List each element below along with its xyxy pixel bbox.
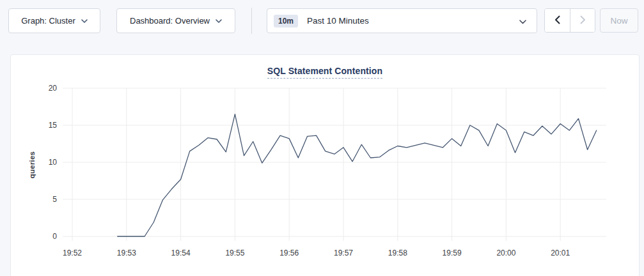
y-tick-label: 20 bbox=[49, 84, 58, 93]
page: { "toolbar": { "graph_dropdown": { "labe… bbox=[0, 0, 644, 276]
prev-time-button[interactable] bbox=[545, 9, 570, 32]
toolbar: Graph: Cluster Dashboard: Overview 10m P… bbox=[0, 0, 644, 42]
y-axis-label: queries bbox=[28, 146, 37, 184]
y-tick-label: 15 bbox=[49, 121, 58, 130]
x-tick-label: 20:00 bbox=[496, 249, 515, 257]
chevron-right-icon bbox=[580, 15, 586, 26]
chart-title[interactable]: SQL Statement Contention bbox=[267, 66, 382, 79]
x-tick-label: 19:52 bbox=[63, 249, 82, 257]
time-range-selector[interactable]: 10m Past 10 Minutes bbox=[267, 8, 537, 33]
time-step-buttons bbox=[544, 8, 595, 33]
x-tick-label: 19:54 bbox=[171, 249, 191, 257]
line-chart-canvas: 0510152019:5219:5319:5419:5519:5619:5719… bbox=[11, 55, 640, 276]
toolbar-divider bbox=[251, 8, 252, 34]
time-range-label: Past 10 Minutes bbox=[307, 16, 519, 26]
series-line-queries bbox=[118, 114, 597, 236]
now-button[interactable]: Now bbox=[600, 8, 638, 33]
chevron-down-icon bbox=[216, 19, 222, 23]
dashboard-dropdown-label: Dashboard: Overview bbox=[130, 16, 210, 26]
chevron-down-icon bbox=[81, 19, 88, 23]
chevron-left-icon bbox=[554, 15, 560, 26]
dashboard-dropdown[interactable]: Dashboard: Overview bbox=[116, 8, 235, 33]
y-tick-label: 10 bbox=[49, 158, 58, 167]
x-tick-label: 19:57 bbox=[334, 249, 353, 257]
time-range-badge: 10m bbox=[274, 15, 298, 27]
graph-dropdown[interactable]: Graph: Cluster bbox=[8, 8, 100, 33]
x-tick-label: 20:01 bbox=[551, 249, 570, 257]
x-tick-label: 19:56 bbox=[279, 249, 299, 257]
y-tick-label: 5 bbox=[52, 195, 57, 204]
graph-dropdown-label: Graph: Cluster bbox=[21, 16, 75, 26]
x-tick-label: 19:59 bbox=[443, 249, 462, 257]
x-tick-label: 19:55 bbox=[225, 249, 244, 257]
y-tick-label: 0 bbox=[52, 232, 57, 241]
x-tick-label: 19:58 bbox=[388, 249, 407, 257]
x-tick-label: 19:53 bbox=[117, 249, 136, 257]
next-time-button[interactable] bbox=[570, 9, 595, 32]
now-button-label: Now bbox=[610, 16, 627, 26]
chevron-down-icon bbox=[519, 15, 526, 27]
chart-card: SQL Statement Contention queries 0510152… bbox=[10, 54, 640, 276]
chart-title-row: SQL Statement Contention bbox=[11, 55, 639, 79]
